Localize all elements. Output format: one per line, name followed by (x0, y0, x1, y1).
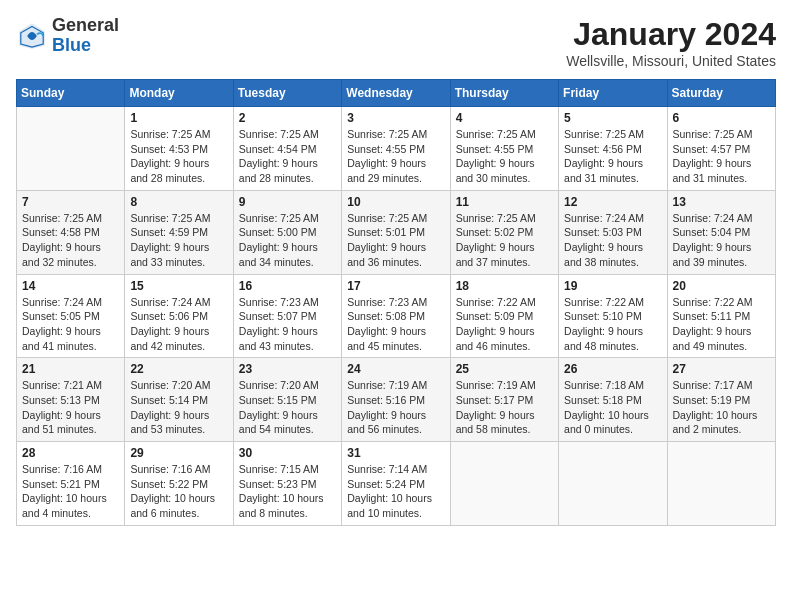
calendar-cell: 7Sunrise: 7:25 AMSunset: 4:58 PMDaylight… (17, 190, 125, 274)
day-number: 4 (456, 111, 553, 125)
day-number: 24 (347, 362, 444, 376)
day-number: 16 (239, 279, 336, 293)
week-row-2: 7Sunrise: 7:25 AMSunset: 4:58 PMDaylight… (17, 190, 776, 274)
day-info: Sunrise: 7:25 AMSunset: 4:55 PMDaylight:… (347, 127, 444, 186)
week-row-1: 1Sunrise: 7:25 AMSunset: 4:53 PMDaylight… (17, 107, 776, 191)
day-number: 21 (22, 362, 119, 376)
day-number: 8 (130, 195, 227, 209)
day-info: Sunrise: 7:19 AMSunset: 5:17 PMDaylight:… (456, 378, 553, 437)
day-number: 9 (239, 195, 336, 209)
day-number: 7 (22, 195, 119, 209)
day-info: Sunrise: 7:25 AMSunset: 4:55 PMDaylight:… (456, 127, 553, 186)
day-number: 28 (22, 446, 119, 460)
title-block: January 2024 Wellsville, Missouri, Unite… (566, 16, 776, 69)
day-info: Sunrise: 7:19 AMSunset: 5:16 PMDaylight:… (347, 378, 444, 437)
header-thursday: Thursday (450, 80, 558, 107)
day-number: 22 (130, 362, 227, 376)
calendar-cell (450, 442, 558, 526)
day-number: 1 (130, 111, 227, 125)
day-info: Sunrise: 7:25 AMSunset: 4:58 PMDaylight:… (22, 211, 119, 270)
day-info: Sunrise: 7:14 AMSunset: 5:24 PMDaylight:… (347, 462, 444, 521)
week-row-4: 21Sunrise: 7:21 AMSunset: 5:13 PMDayligh… (17, 358, 776, 442)
calendar-cell: 1Sunrise: 7:25 AMSunset: 4:53 PMDaylight… (125, 107, 233, 191)
week-row-3: 14Sunrise: 7:24 AMSunset: 5:05 PMDayligh… (17, 274, 776, 358)
logo-blue-text: Blue (52, 35, 91, 55)
day-number: 10 (347, 195, 444, 209)
day-number: 19 (564, 279, 661, 293)
day-info: Sunrise: 7:16 AMSunset: 5:21 PMDaylight:… (22, 462, 119, 521)
day-number: 6 (673, 111, 770, 125)
calendar-cell: 10Sunrise: 7:25 AMSunset: 5:01 PMDayligh… (342, 190, 450, 274)
day-info: Sunrise: 7:21 AMSunset: 5:13 PMDaylight:… (22, 378, 119, 437)
calendar-cell: 15Sunrise: 7:24 AMSunset: 5:06 PMDayligh… (125, 274, 233, 358)
day-info: Sunrise: 7:25 AMSunset: 5:02 PMDaylight:… (456, 211, 553, 270)
day-info: Sunrise: 7:22 AMSunset: 5:10 PMDaylight:… (564, 295, 661, 354)
day-number: 31 (347, 446, 444, 460)
day-number: 27 (673, 362, 770, 376)
page-header: General Blue January 2024 Wellsville, Mi… (16, 16, 776, 69)
calendar-cell: 4Sunrise: 7:25 AMSunset: 4:55 PMDaylight… (450, 107, 558, 191)
logo-general-text: General (52, 15, 119, 35)
day-number: 11 (456, 195, 553, 209)
calendar-cell: 28Sunrise: 7:16 AMSunset: 5:21 PMDayligh… (17, 442, 125, 526)
day-info: Sunrise: 7:25 AMSunset: 4:54 PMDaylight:… (239, 127, 336, 186)
day-info: Sunrise: 7:24 AMSunset: 5:04 PMDaylight:… (673, 211, 770, 270)
day-info: Sunrise: 7:24 AMSunset: 5:03 PMDaylight:… (564, 211, 661, 270)
day-info: Sunrise: 7:18 AMSunset: 5:18 PMDaylight:… (564, 378, 661, 437)
calendar-cell: 29Sunrise: 7:16 AMSunset: 5:22 PMDayligh… (125, 442, 233, 526)
day-info: Sunrise: 7:24 AMSunset: 5:06 PMDaylight:… (130, 295, 227, 354)
header-monday: Monday (125, 80, 233, 107)
calendar-header-row: SundayMondayTuesdayWednesdayThursdayFrid… (17, 80, 776, 107)
day-info: Sunrise: 7:20 AMSunset: 5:14 PMDaylight:… (130, 378, 227, 437)
day-number: 15 (130, 279, 227, 293)
logo-icon (16, 20, 48, 52)
calendar-cell: 3Sunrise: 7:25 AMSunset: 4:55 PMDaylight… (342, 107, 450, 191)
day-info: Sunrise: 7:16 AMSunset: 5:22 PMDaylight:… (130, 462, 227, 521)
calendar-cell (667, 442, 775, 526)
header-sunday: Sunday (17, 80, 125, 107)
day-number: 26 (564, 362, 661, 376)
calendar-cell: 11Sunrise: 7:25 AMSunset: 5:02 PMDayligh… (450, 190, 558, 274)
day-info: Sunrise: 7:23 AMSunset: 5:07 PMDaylight:… (239, 295, 336, 354)
day-number: 20 (673, 279, 770, 293)
day-number: 12 (564, 195, 661, 209)
calendar-cell: 25Sunrise: 7:19 AMSunset: 5:17 PMDayligh… (450, 358, 558, 442)
day-info: Sunrise: 7:25 AMSunset: 5:00 PMDaylight:… (239, 211, 336, 270)
day-info: Sunrise: 7:25 AMSunset: 4:59 PMDaylight:… (130, 211, 227, 270)
day-number: 23 (239, 362, 336, 376)
calendar-cell: 6Sunrise: 7:25 AMSunset: 4:57 PMDaylight… (667, 107, 775, 191)
calendar-cell: 19Sunrise: 7:22 AMSunset: 5:10 PMDayligh… (559, 274, 667, 358)
day-info: Sunrise: 7:15 AMSunset: 5:23 PMDaylight:… (239, 462, 336, 521)
day-info: Sunrise: 7:22 AMSunset: 5:09 PMDaylight:… (456, 295, 553, 354)
calendar-cell: 14Sunrise: 7:24 AMSunset: 5:05 PMDayligh… (17, 274, 125, 358)
header-friday: Friday (559, 80, 667, 107)
header-tuesday: Tuesday (233, 80, 341, 107)
calendar-cell: 2Sunrise: 7:25 AMSunset: 4:54 PMDaylight… (233, 107, 341, 191)
day-info: Sunrise: 7:25 AMSunset: 4:53 PMDaylight:… (130, 127, 227, 186)
calendar-cell (559, 442, 667, 526)
day-number: 25 (456, 362, 553, 376)
day-number: 29 (130, 446, 227, 460)
calendar-cell: 31Sunrise: 7:14 AMSunset: 5:24 PMDayligh… (342, 442, 450, 526)
header-saturday: Saturday (667, 80, 775, 107)
day-info: Sunrise: 7:24 AMSunset: 5:05 PMDaylight:… (22, 295, 119, 354)
logo: General Blue (16, 16, 119, 56)
calendar-cell: 9Sunrise: 7:25 AMSunset: 5:00 PMDaylight… (233, 190, 341, 274)
calendar-cell: 16Sunrise: 7:23 AMSunset: 5:07 PMDayligh… (233, 274, 341, 358)
calendar-cell: 17Sunrise: 7:23 AMSunset: 5:08 PMDayligh… (342, 274, 450, 358)
calendar-cell: 26Sunrise: 7:18 AMSunset: 5:18 PMDayligh… (559, 358, 667, 442)
day-number: 3 (347, 111, 444, 125)
header-wednesday: Wednesday (342, 80, 450, 107)
week-row-5: 28Sunrise: 7:16 AMSunset: 5:21 PMDayligh… (17, 442, 776, 526)
day-number: 17 (347, 279, 444, 293)
calendar-cell: 8Sunrise: 7:25 AMSunset: 4:59 PMDaylight… (125, 190, 233, 274)
day-info: Sunrise: 7:25 AMSunset: 4:56 PMDaylight:… (564, 127, 661, 186)
calendar-table: SundayMondayTuesdayWednesdayThursdayFrid… (16, 79, 776, 526)
calendar-cell: 5Sunrise: 7:25 AMSunset: 4:56 PMDaylight… (559, 107, 667, 191)
calendar-subtitle: Wellsville, Missouri, United States (566, 53, 776, 69)
calendar-cell: 21Sunrise: 7:21 AMSunset: 5:13 PMDayligh… (17, 358, 125, 442)
day-number: 18 (456, 279, 553, 293)
day-number: 30 (239, 446, 336, 460)
day-info: Sunrise: 7:23 AMSunset: 5:08 PMDaylight:… (347, 295, 444, 354)
day-info: Sunrise: 7:25 AMSunset: 4:57 PMDaylight:… (673, 127, 770, 186)
